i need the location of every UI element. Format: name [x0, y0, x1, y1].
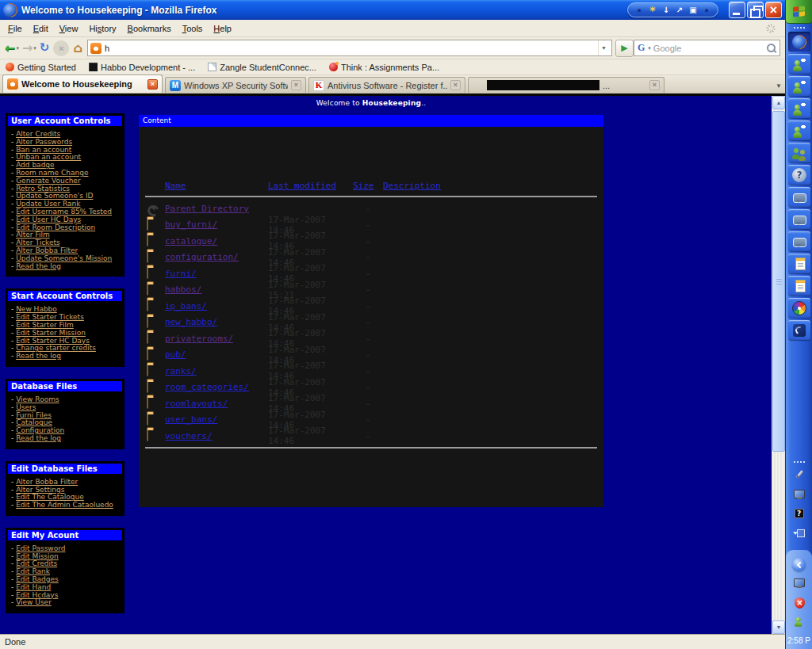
taskbar-button[interactable] [788, 276, 810, 296]
minimize-button[interactable] [729, 2, 745, 18]
sidebar-link[interactable]: Edit Username 85% Tested [16, 208, 112, 216]
sidebar-link[interactable]: Alter Settings [16, 486, 64, 494]
taskbar-button[interactable] [788, 143, 810, 162]
directory-link[interactable]: pub/ [165, 349, 268, 360]
stop-button[interactable]: × [53, 40, 69, 56]
directory-link[interactable]: catalogue/ [165, 236, 268, 246]
sidebar-link[interactable]: Furni Files [16, 411, 52, 419]
sidebar-link[interactable]: Read the log [16, 262, 61, 270]
scrollbar-thumb[interactable] [772, 111, 785, 452]
reload-button[interactable]: ↻ [38, 39, 52, 58]
bookmark-item[interactable]: Zangle StudentConnec... [208, 63, 316, 72]
tab-close-button[interactable] [649, 80, 660, 90]
sidebar-link[interactable]: Alter Credits [16, 130, 60, 138]
directory-link[interactable]: privaterooms/ [165, 334, 268, 344]
taskbar-button[interactable] [788, 98, 810, 118]
parent-directory-link[interactable]: Parent Directory [165, 204, 268, 214]
sidebar-link[interactable]: Edit Hand [16, 583, 51, 591]
directory-link[interactable]: vouchers/ [165, 431, 268, 441]
sidebar-link[interactable]: Unban an account [16, 153, 81, 161]
forward-dropdown-icon[interactable]: ▾ [33, 45, 36, 52]
menu-item[interactable]: Tools [177, 21, 209, 36]
directory-link[interactable]: user_bans/ [165, 414, 268, 425]
sidebar-link[interactable]: Users [16, 403, 36, 411]
tab-list-dropdown-icon[interactable]: ▼ [776, 82, 782, 90]
address-bar[interactable]: h ▼ [87, 40, 612, 56]
back-dropdown-icon[interactable]: ▾ [16, 45, 19, 52]
forward-button[interactable]: →▾ [21, 39, 38, 58]
tray-item[interactable] [792, 574, 806, 593]
taskbar-button[interactable] [788, 54, 810, 74]
tool-cascade-icon[interactable] [688, 5, 698, 16]
sidebar-link[interactable]: Update Someone's Mission [16, 254, 112, 262]
vertical-scrollbar[interactable]: ▲ ▼ [772, 96, 785, 634]
sidebar-link[interactable]: Read the log [16, 434, 61, 442]
sidebar-link[interactable]: Update Someone's ID [16, 192, 93, 200]
taskbar-button[interactable] [788, 298, 810, 318]
search-magnifier-icon[interactable] [766, 43, 776, 53]
bookmark-item[interactable]: Think : Assignments Pa... [329, 63, 439, 72]
tool-pin-icon[interactable] [661, 5, 671, 16]
sidebar-link[interactable]: Add badge [16, 161, 54, 169]
close-button[interactable] [765, 2, 782, 18]
browser-tab[interactable]: ... [468, 77, 665, 93]
listing-sort-link[interactable]: Size [353, 181, 374, 191]
tray-item[interactable] [792, 612, 806, 631]
browser-tab[interactable]: Welcome to Housekeeping [2, 74, 163, 93]
menu-item[interactable]: View [54, 21, 84, 36]
search-box[interactable]: G ▾ Google [634, 40, 780, 56]
taskbar-grip[interactable] [793, 26, 805, 29]
tool-dot-icon[interactable] [702, 5, 711, 16]
scroll-up-button[interactable]: ▲ [772, 96, 785, 109]
bookmark-item[interactable]: Habbo Development - ... [89, 63, 195, 72]
sidebar-link[interactable]: Alter Bobba Filter [16, 246, 78, 254]
browser-tab[interactable]: Antivirus Software - Register f... [308, 77, 465, 93]
sidebar-link[interactable]: Edit Room Description [16, 223, 95, 231]
taskbar-button[interactable] [788, 32, 810, 52]
tray-item[interactable] [786, 523, 812, 542]
tab-close-button[interactable] [450, 80, 461, 90]
sidebar-link[interactable]: View Rooms [16, 395, 59, 403]
taskbar-button[interactable] [788, 120, 810, 140]
directory-link[interactable]: ip_bans/ [165, 301, 268, 311]
sidebar-link[interactable]: Change starter credits [16, 344, 96, 352]
taskbar-button[interactable] [788, 187, 810, 207]
taskbar-button[interactable] [788, 165, 810, 185]
tray-item[interactable] [786, 485, 812, 504]
sidebar-link[interactable]: Alter Bobba Filter [16, 478, 78, 486]
menu-item[interactable]: Bookmarks [122, 21, 177, 36]
sidebar-link[interactable]: Alter Tickets [16, 239, 60, 246]
url-text[interactable]: h [105, 44, 109, 53]
sidebar-link[interactable]: Configuration [16, 426, 64, 434]
menu-item[interactable]: Help [208, 21, 237, 36]
menu-item[interactable]: History [83, 21, 121, 36]
taskbar-button[interactable] [788, 320, 810, 340]
taskbar-button[interactable] [788, 209, 810, 229]
bookmark-item[interactable]: Getting Started [6, 63, 76, 72]
menu-item[interactable]: File [2, 21, 28, 36]
sidebar-link[interactable]: View User [16, 598, 52, 606]
tool-dot-icon[interactable] [634, 5, 644, 16]
sidebar-link[interactable]: Edit Starter Tickets [16, 313, 84, 321]
sidebar-link[interactable]: Room name Change [16, 169, 88, 177]
sidebar-link[interactable]: New Habbo [16, 305, 57, 313]
go-button[interactable]: ▶ [615, 40, 634, 57]
directory-link[interactable]: furni/ [165, 269, 268, 279]
listing-sort-link[interactable]: Name [165, 181, 186, 191]
browser-tab[interactable]: Windows XP Security Softwar... [165, 77, 306, 93]
sidebar-link[interactable]: Alter Film [16, 231, 50, 239]
sidebar-link[interactable]: Edit Starter HC Days [16, 337, 90, 345]
tab-close-button[interactable] [147, 79, 158, 90]
home-button[interactable]: ⌂ [71, 39, 83, 58]
directory-link[interactable]: habbos/ [165, 284, 268, 295]
listing-sort-link[interactable]: Last modified [268, 181, 336, 191]
sidebar-link[interactable]: Edit User HC Days [16, 216, 81, 223]
directory-link[interactable]: new_habbo/ [165, 317, 268, 327]
url-dropdown-button[interactable]: ▼ [598, 40, 609, 55]
sidebar-link[interactable]: Edit Password [16, 544, 65, 552]
search-input[interactable]: Google [653, 44, 764, 53]
sidebar-link[interactable]: Retro Statistics [16, 185, 70, 193]
restore-button[interactable] [747, 2, 764, 18]
tray-item[interactable] [786, 466, 812, 485]
sidebar-link[interactable]: Read the log [16, 352, 61, 360]
